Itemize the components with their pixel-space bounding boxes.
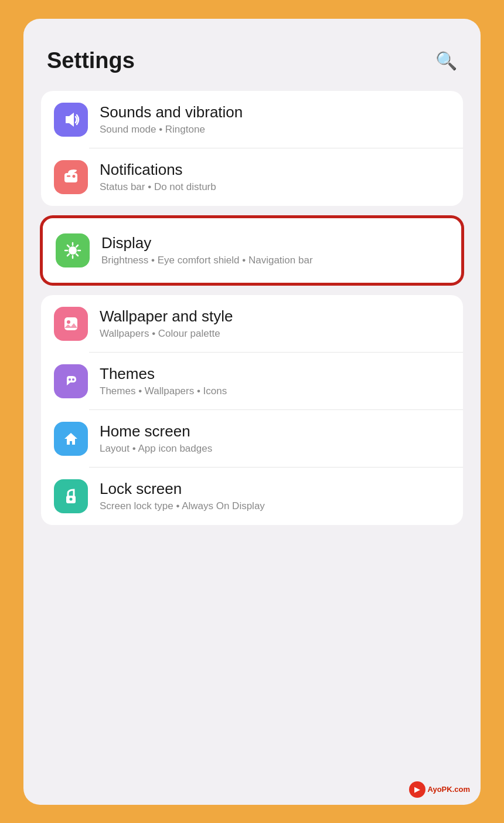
- sounds-text: Sounds and vibration Sound mode • Ringto…: [100, 103, 243, 136]
- home-subtitle: Layout • App icon badges: [100, 443, 212, 455]
- home-text: Home screen Layout • App icon badges: [100, 422, 212, 455]
- notif-title: Notifications: [100, 161, 216, 179]
- svg-marker-0: [66, 113, 74, 127]
- lock-subtitle: Screen lock type • Always On Display: [100, 500, 265, 512]
- svg-point-16: [72, 378, 74, 381]
- settings-item-wallpaper[interactable]: Wallpaper and style Wallpapers • Colour …: [41, 295, 463, 353]
- notif-subtitle: Status bar • Do not disturb: [100, 181, 216, 193]
- sounds-title: Sounds and vibration: [100, 103, 243, 121]
- svg-point-18: [70, 497, 73, 500]
- svg-line-12: [67, 254, 69, 256]
- svg-line-9: [67, 245, 69, 247]
- wallpaper-subtitle: Wallpapers • Colour palette: [100, 328, 233, 340]
- settings-item-sounds[interactable]: Sounds and vibration Sound mode • Ringto…: [41, 91, 463, 148]
- display-subtitle: Brightness • Eye comfort shield • Naviga…: [101, 255, 313, 266]
- svg-point-4: [69, 246, 77, 255]
- settings-item-notifications[interactable]: Notifications Status bar • Do not distur…: [41, 148, 463, 206]
- svg-point-14: [67, 320, 70, 324]
- search-icon[interactable]: 🔍: [435, 50, 457, 71]
- svg-line-10: [76, 254, 78, 256]
- settings-item-display-card[interactable]: Display Brightness • Eye comfort shield …: [41, 216, 463, 285]
- svg-rect-13: [64, 317, 77, 330]
- wallpaper-title: Wallpaper and style: [100, 307, 233, 326]
- page-title: Settings: [47, 48, 135, 73]
- sounds-icon: [54, 103, 88, 137]
- settings-group-top: Sounds and vibration Sound mode • Ringto…: [41, 91, 463, 206]
- lock-text: Lock screen Screen lock type • Always On…: [100, 480, 265, 512]
- wallpaper-icon: [54, 307, 88, 341]
- phone-frame: Settings 🔍 Sounds and vibration Sound mo…: [23, 19, 481, 805]
- settings-group-bottom: Wallpaper and style Wallpapers • Colour …: [41, 295, 463, 525]
- display-title: Display: [101, 234, 313, 252]
- notif-text: Notifications Status bar • Do not distur…: [100, 161, 216, 193]
- home-icon: [54, 422, 88, 456]
- settings-item-lock[interactable]: Lock screen Screen lock type • Always On…: [41, 468, 463, 525]
- lock-title: Lock screen: [100, 480, 265, 498]
- lock-icon: [54, 479, 88, 513]
- sounds-subtitle: Sound mode • Ringtone: [100, 124, 243, 136]
- settings-item-home[interactable]: Home screen Layout • App icon badges: [41, 410, 463, 468]
- settings-item-display[interactable]: Display Brightness • Eye comfort shield …: [43, 218, 461, 283]
- svg-line-11: [76, 245, 78, 247]
- themes-icon: [54, 364, 88, 398]
- display-text: Display Brightness • Eye comfort shield …: [101, 234, 313, 266]
- svg-rect-2: [67, 175, 70, 177]
- svg-point-15: [69, 378, 71, 381]
- themes-title: Themes: [100, 365, 227, 383]
- svg-point-3: [73, 175, 76, 178]
- home-title: Home screen: [100, 422, 212, 441]
- watermark-icon: ▶: [409, 781, 425, 798]
- watermark: ▶ AyoPK.com: [409, 781, 470, 798]
- settings-item-themes[interactable]: Themes Themes • Wallpapers • Icons: [41, 353, 463, 410]
- watermark-text: AyoPK.com: [428, 785, 470, 794]
- themes-subtitle: Themes • Wallpapers • Icons: [100, 385, 227, 397]
- wallpaper-text: Wallpaper and style Wallpapers • Colour …: [100, 307, 233, 340]
- header: Settings 🔍: [41, 42, 463, 91]
- notif-icon: [54, 160, 88, 194]
- display-icon: [56, 233, 90, 267]
- themes-text: Themes Themes • Wallpapers • Icons: [100, 365, 227, 397]
- svg-rect-1: [64, 173, 77, 182]
